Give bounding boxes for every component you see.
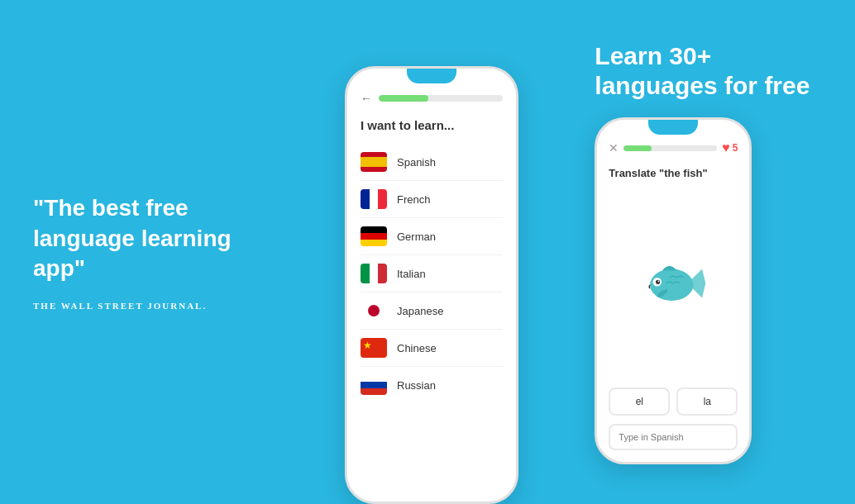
french-flag [361,189,387,209]
progress-fill [379,95,428,102]
right-phone-wrapper: ✕ ♥ 5 Translate "the fish" [595,117,752,464]
list-item[interactable]: ★ Chinese [361,330,503,367]
progress-bar [379,95,503,102]
list-item[interactable]: Spanish [361,144,503,181]
learn-title: I want to learn... [361,118,503,132]
language-name: Chinese [397,342,437,354]
list-item[interactable]: Russian [361,367,503,403]
close-icon[interactable]: ✕ [609,141,619,155]
spanish-flag [361,152,387,172]
phone-notch-right [648,120,698,135]
russian-flag [361,375,387,395]
list-item[interactable]: German [361,218,503,255]
heart-lives: ♥ 5 [722,140,738,155]
right-progress-bar [623,145,717,151]
right-headline: Learn 30+ languages for free [595,41,838,101]
language-name: Russian [397,379,436,392]
word-button-la[interactable]: la [676,388,738,416]
chinese-flag: ★ [361,338,387,358]
center-panel: ← I want to learn... Spanish F [294,0,571,504]
language-list: Spanish French German [361,144,503,403]
phone-top-bar: ← [361,92,503,105]
svg-point-2 [656,280,660,284]
back-arrow-icon[interactable]: ← [361,92,372,105]
word-button-el[interactable]: el [609,388,670,416]
phone-notch [407,69,456,83]
lives-count: 5 [733,142,738,154]
japanese-flag [361,301,387,321]
right-progress-fill [623,145,652,151]
language-name: Spanish [397,156,436,169]
left-panel: "The best free language learning app" TH… [0,0,294,504]
language-name: Japanese [397,305,443,317]
right-top-bar: ✕ ♥ 5 [609,140,738,155]
language-name: French [397,193,430,206]
language-name: Italian [397,268,426,280]
german-flag [361,226,387,246]
translate-prompt: Translate "the fish" [609,167,738,179]
svg-point-3 [658,281,660,283]
fish-illustration [609,189,738,378]
right-panel: Learn 30+ languages for free ✕ ♥ 5 [570,0,855,504]
list-item[interactable]: Italian [361,255,503,292]
italian-flag [361,264,387,283]
list-item[interactable]: French [361,181,503,218]
word-buttons: el la [609,388,738,416]
center-phone: ← I want to learn... Spanish F [345,66,518,504]
wsj-logo: THE WALL STREET JOURNAL. [33,301,207,311]
language-name: German [397,231,436,243]
list-item[interactable]: Japanese [361,292,503,330]
quote-text: "The best free language learning app" [33,193,277,283]
right-phone: ✕ ♥ 5 Translate "the fish" [595,117,752,464]
spanish-input[interactable] [609,424,738,450]
heart-icon: ♥ [722,140,730,155]
